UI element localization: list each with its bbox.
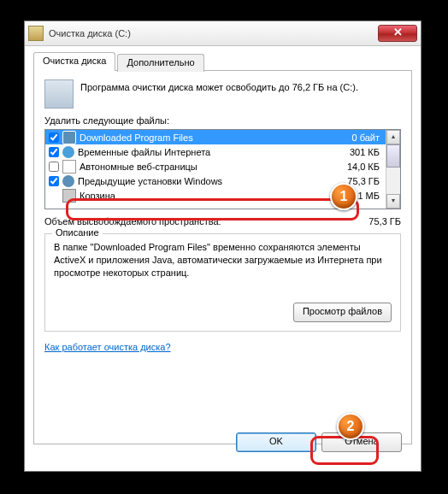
file-row-recycle-bin[interactable]: Корзина 211 МБ — [45, 188, 386, 203]
recycle-bin-icon — [62, 189, 76, 203]
total-value: 75,3 ГБ — [341, 216, 401, 226]
file-row-downloaded-program-files[interactable]: Downloaded Program Files 0 байт — [45, 130, 386, 144]
tab-cleanup[interactable]: Очистка диска — [33, 52, 115, 71]
document-icon — [62, 160, 76, 173]
program-files-icon — [62, 131, 76, 144]
file-checkbox[interactable] — [49, 176, 59, 186]
tab-more-options[interactable]: Дополнительно — [117, 54, 203, 72]
how-cleanup-works-link[interactable]: Как работает очистка диска? — [44, 342, 171, 352]
tab-panel-cleanup: Программа очистки диска может освободить… — [33, 70, 412, 444]
close-button[interactable]: ✕ — [378, 25, 417, 42]
file-row-temp-internet[interactable]: Временные файлы Интернета 301 КБ — [45, 144, 386, 159]
file-checkbox[interactable] — [49, 147, 59, 157]
total-label: Объем высвобождаемого пространства: — [44, 216, 341, 226]
view-files-button[interactable]: Просмотр файлов — [293, 303, 392, 322]
file-list[interactable]: Downloaded Program Files 0 байт Временны… — [44, 129, 401, 209]
titlebar: Очистка диска (C:) ✕ — [25, 21, 421, 46]
delete-files-label: Удалить следующие файлы: — [44, 115, 401, 126]
window-title: Очистка диска (C:) — [49, 28, 378, 38]
drive-icon — [44, 79, 74, 109]
file-checkbox[interactable] — [49, 162, 59, 172]
description-legend: Описание — [52, 227, 103, 238]
internet-icon — [62, 146, 74, 158]
scroll-up-button[interactable]: ▴ — [386, 130, 400, 144]
cancel-button[interactable]: Отмена — [321, 432, 402, 452]
windows-icon — [62, 175, 74, 187]
scroll-thumb[interactable] — [386, 144, 400, 168]
description-group: Описание В папке "Downloaded Program Fil… — [44, 233, 401, 332]
disk-cleanup-window: Очистка диска (C:) ✕ Очистка диска Допол… — [24, 21, 421, 472]
file-row-previous-windows[interactable]: Предыдущие установки Windows 75,3 ГБ — [45, 173, 386, 188]
info-text: Программа очистки диска может освободить… — [80, 79, 358, 109]
scroll-down-button[interactable]: ▾ — [386, 194, 400, 209]
tab-strip: Очистка диска Дополнительно — [33, 52, 412, 71]
file-row-offline-pages[interactable]: Автономные веб-страницы 14,0 КБ — [45, 159, 386, 173]
file-checkbox[interactable] — [49, 132, 59, 143]
disk-cleanup-icon — [28, 26, 44, 41]
description-text: В папке "Downloaded Program Files" време… — [54, 241, 392, 296]
scrollbar[interactable]: ▴ ▾ — [386, 130, 400, 209]
ok-button[interactable]: OK — [236, 432, 316, 452]
